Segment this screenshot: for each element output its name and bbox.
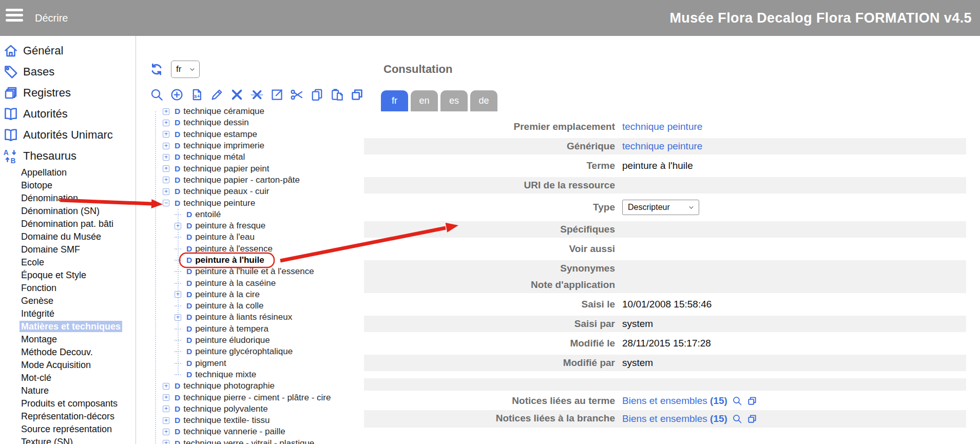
sidebar-thesaurus-produits-et-composants[interactable]: Produits et composants <box>0 397 136 410</box>
refresh-icon[interactable] <box>150 63 163 76</box>
expand-toggle-icon[interactable]: + <box>163 154 169 161</box>
sidebar-item-bases[interactable]: Bases <box>0 61 136 82</box>
tree-node-technique-metal[interactable]: +Dtechnique métal <box>137 151 380 163</box>
tab-lang-es[interactable]: es <box>440 90 468 111</box>
tree-node-peinture-a-l-eau[interactable]: Dpeinture à l'eau <box>137 231 380 243</box>
tree-node-peinture-a-liants-resineux[interactable]: +Dpeinture à liants résineux <box>137 312 380 323</box>
expand-toggle-icon[interactable]: + <box>175 314 181 321</box>
linked-records-link[interactable]: Biens et ensembles (15) <box>622 395 727 407</box>
tree-node-peinture-a-l-huile-et-a-l-essence[interactable]: Dpeinture à l'huile et à l'essence <box>137 266 380 277</box>
tab-lang-de[interactable]: de <box>470 90 497 111</box>
sidebar-thesaurus-denomination[interactable]: Dénomination <box>0 192 136 205</box>
expand-toggle-icon[interactable]: + <box>175 291 181 298</box>
sidebar-item-registres[interactable]: Registres <box>0 82 136 103</box>
sidebar-thesaurus-nature[interactable]: Nature <box>0 384 136 397</box>
sidebar-thesaurus-mode-acquisition[interactable]: Mode Acquisition <box>0 359 136 372</box>
tree-node-technique-ceramique[interactable]: +Dtechnique céramique <box>137 106 380 117</box>
tree-node-technique-imprimerie[interactable]: +Dtechnique imprimerie <box>137 140 380 151</box>
sidebar-thesaurus-denomination-sn[interactable]: Dénomination (SN) <box>0 205 136 218</box>
tree-node-peinture-eludorique[interactable]: Dpeinture éludorique <box>137 335 380 346</box>
sidebar-thesaurus-genese[interactable]: Genèse <box>0 295 136 307</box>
search-icon[interactable] <box>732 414 742 424</box>
tree-node-peinture-a-fresque[interactable]: +Dpeinture à fresque <box>137 220 380 231</box>
sidebar-thesaurus-biotope[interactable]: Biotope <box>0 179 136 192</box>
tree-node-technique-polyvalente[interactable]: +Dtechnique polyvalente <box>137 403 380 415</box>
expand-toggle-icon[interactable]: + <box>163 165 169 172</box>
linked-records-link[interactable]: Biens et ensembles (15) <box>622 413 727 424</box>
window-icon[interactable] <box>747 414 757 424</box>
tree-node-peinture-glycerophtalique[interactable]: Dpeinture glycérophtalique <box>137 346 380 357</box>
field-value-link[interactable]: technique peinture <box>622 141 702 152</box>
expand-toggle-icon[interactable]: + <box>163 383 169 390</box>
expand-toggle-icon[interactable]: + <box>163 440 169 444</box>
copy-icon[interactable] <box>310 88 324 102</box>
expand-toggle-icon[interactable]: + <box>163 120 169 126</box>
window-icon[interactable] <box>747 396 757 406</box>
tree-node-technique-photographie[interactable]: +Dtechnique photographie <box>137 380 380 392</box>
sidebar-thesaurus-denomination-pat-bati[interactable]: Dénomination pat. bâti <box>0 218 136 230</box>
add-icon[interactable] <box>170 88 184 102</box>
new-record-icon[interactable]: s+ <box>190 88 204 102</box>
tab-lang-fr[interactable]: fr <box>381 90 408 111</box>
duplicate-icon[interactable] <box>350 88 364 102</box>
sidebar-item-general[interactable]: Général <box>0 40 136 61</box>
tree-node-technique-vannerie-paille[interactable]: +Dtechnique vannerie - paille <box>137 426 380 437</box>
sidebar-thesaurus-domaine-smf[interactable]: Domaine SMF <box>0 243 136 256</box>
tree-language-select[interactable]: fr <box>171 61 200 78</box>
tree-node-technique-papier-carton-pate[interactable]: +Dtechnique papier - carton-pâte <box>137 175 380 186</box>
search-icon[interactable] <box>732 396 742 406</box>
edit-icon[interactable] <box>210 88 224 102</box>
expand-toggle-icon[interactable]: + <box>163 429 169 435</box>
hamburger-menu-icon[interactable] <box>6 9 23 27</box>
tree-node-pigment[interactable]: Dpigment <box>137 358 380 369</box>
tree-node-entoile[interactable]: Dentoilé <box>137 209 380 220</box>
tree-node-technique-mixte[interactable]: Dtechnique mixte <box>137 369 380 380</box>
move-icon[interactable] <box>270 88 284 102</box>
tree-node-technique-peinture[interactable]: −Dtechnique peinture <box>137 197 380 208</box>
expand-toggle-icon[interactable]: + <box>163 394 169 401</box>
tree-node-peinture-a-l-huile[interactable]: Dpeinture à l'huile <box>137 255 380 266</box>
sidebar-thesaurus-source-representation[interactable]: Source représentation <box>0 423 136 436</box>
sidebar-item-autorites-unimarc[interactable]: Autorités Unimarc <box>0 124 136 145</box>
delete-icon[interactable] <box>230 88 244 102</box>
field-value-link[interactable]: technique peinture <box>622 121 702 132</box>
sidebar-thesaurus-integrite[interactable]: Intégrité <box>0 307 136 320</box>
collapse-toggle-icon[interactable]: − <box>163 200 169 206</box>
sidebar-thesaurus-appellation[interactable]: Appellation <box>0 166 136 179</box>
expand-toggle-icon[interactable]: + <box>163 131 169 138</box>
tree-node-peinture-a-l-essence[interactable]: Dpeinture à l'essence <box>137 243 380 255</box>
delete-branch-icon[interactable] <box>250 88 264 102</box>
tree-node-peinture-a-la-caseine[interactable]: Dpeinture à la caséine <box>137 277 380 288</box>
tree-node-technique-papier-peint[interactable]: +Dtechnique papier peint <box>137 163 380 174</box>
type-select[interactable]: Descripteur <box>622 200 699 215</box>
tree-node-technique-peaux-cuir[interactable]: +Dtechnique peaux - cuir <box>137 186 380 197</box>
sidebar-thesaurus-fonction[interactable]: Fonction <box>0 282 136 295</box>
sidebar-thesaurus-ecole[interactable]: Ecole <box>0 256 136 269</box>
sidebar-thesaurus-methode-decouv[interactable]: Méthode Decouv. <box>0 346 136 359</box>
sidebar-thesaurus-matieres-et-techniques[interactable]: Matières et techniques <box>0 320 136 333</box>
tree-node-peinture-a-tempera[interactable]: Dpeinture à tempera <box>137 323 380 335</box>
tree-node-peinture-a-la-colle[interactable]: Dpeinture à la colle <box>137 300 380 312</box>
expand-toggle-icon[interactable]: + <box>163 177 169 183</box>
search-icon[interactable] <box>150 88 164 102</box>
cut-icon[interactable] <box>290 88 304 102</box>
expand-toggle-icon[interactable]: + <box>163 406 169 412</box>
tree-node-peinture-a-la-cire[interactable]: +Dpeinture à la cire <box>137 289 380 300</box>
sidebar-thesaurus-epoque-et-style[interactable]: Époque et Style <box>0 269 136 282</box>
expand-toggle-icon[interactable]: + <box>163 417 169 424</box>
sidebar-item-thesaurus[interactable]: ABThesaurus <box>0 145 136 166</box>
sidebar-thesaurus-texture-sn[interactable]: Texture (SN) <box>0 436 136 444</box>
sidebar-item-autorites[interactable]: Autorités <box>0 103 136 124</box>
expand-toggle-icon[interactable]: + <box>163 143 169 149</box>
expand-toggle-icon[interactable]: + <box>163 188 169 195</box>
sidebar-thesaurus-domaine-du-musee[interactable]: Domaine du Musée <box>0 230 136 243</box>
expand-toggle-icon[interactable]: + <box>163 108 169 115</box>
tree-node-technique-textile-tissu[interactable]: +Dtechnique textile- tissu <box>137 415 380 426</box>
tree-node-technique-pierre-ciment-platre-cire[interactable]: +Dtechnique pierre - ciment - plâtre - c… <box>137 392 380 403</box>
tree-node-technique-estampe[interactable]: +Dtechnique estampe <box>137 129 380 140</box>
sidebar-thesaurus-montage[interactable]: Montage <box>0 333 136 346</box>
tree-node-technique-dessin[interactable]: +Dtechnique dessin <box>137 117 380 128</box>
sidebar-thesaurus-representation-decors[interactable]: Représentation-décors <box>0 410 136 423</box>
tab-lang-en[interactable]: en <box>411 90 438 111</box>
expand-toggle-icon[interactable]: + <box>175 223 181 229</box>
